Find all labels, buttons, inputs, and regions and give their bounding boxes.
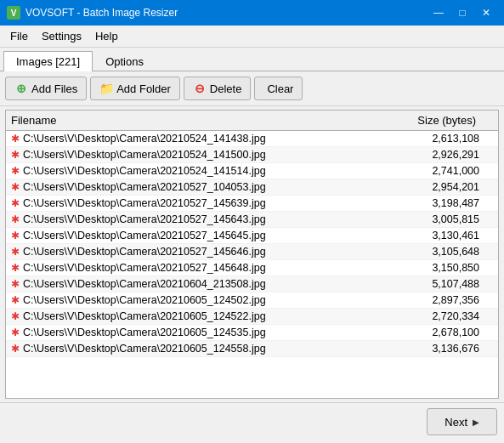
file-table: Filename Size (bytes) ✱ C:\Users\V\Deskt… [5, 110, 499, 399]
toolbar: ⊕ Add Files 📁 Add Folder ⊖ Delete Clear [0, 71, 504, 106]
add-folder-icon: 📁 [99, 82, 113, 95]
row-filename: C:\Users\V\Desktop\Camera\20210524_14143… [23, 133, 416, 145]
add-files-icon: ⊕ [14, 82, 28, 95]
tabs: Images [221] Options [0, 48, 504, 71]
title-bar-controls: — □ ✕ [428, 4, 497, 21]
table-row[interactable]: ✱ C:\Users\V\Desktop\Camera\20210524_141… [6, 163, 498, 179]
maximize-button[interactable]: □ [451, 4, 473, 21]
tab-options[interactable]: Options [93, 51, 156, 71]
file-icon: ✱ [11, 149, 20, 161]
row-size: 2,720,334 [416, 310, 493, 322]
row-filename: C:\Users\V\Desktop\Camera\20210527_14564… [23, 213, 416, 225]
bottom-bar: Next ▶ [0, 402, 504, 440]
title-bar-left: V VOVSOFT - Batch Image Resizer [7, 6, 178, 20]
minimize-button[interactable]: — [428, 4, 450, 21]
row-size: 3,136,676 [416, 343, 493, 355]
table-row[interactable]: ✱ C:\Users\V\Desktop\Camera\20210605_124… [6, 325, 498, 341]
table-row[interactable]: ✱ C:\Users\V\Desktop\Camera\20210527_145… [6, 260, 498, 276]
table-header: Filename Size (bytes) [6, 111, 498, 131]
row-size: 3,105,648 [416, 246, 493, 258]
row-size: 3,130,461 [416, 230, 493, 241]
filename-column-header: Filename [11, 114, 408, 127]
table-row[interactable]: ✱ C:\Users\V\Desktop\Camera\20210605_124… [6, 341, 498, 357]
row-size: 3,005,815 [416, 213, 493, 225]
row-filename: C:\Users\V\Desktop\Camera\20210604_21350… [23, 278, 416, 290]
title-bar: V VOVSOFT - Batch Image Resizer — □ ✕ [0, 0, 504, 26]
row-size: 5,107,488 [416, 278, 493, 290]
table-row[interactable]: ✱ C:\Users\V\Desktop\Camera\20210524_141… [6, 131, 498, 147]
file-icon: ✱ [11, 197, 20, 209]
row-filename: C:\Users\V\Desktop\Camera\20210527_10405… [23, 181, 416, 193]
table-body[interactable]: ✱ C:\Users\V\Desktop\Camera\20210524_141… [6, 131, 498, 398]
size-column-header: Size (bytes) [408, 114, 493, 127]
file-icon: ✱ [11, 310, 20, 322]
table-row[interactable]: ✱ C:\Users\V\Desktop\Camera\20210527_145… [6, 212, 498, 228]
file-icon: ✱ [11, 246, 20, 258]
tab-images[interactable]: Images [221] [3, 51, 93, 71]
table-row[interactable]: ✱ C:\Users\V\Desktop\Camera\20210527_145… [6, 244, 498, 260]
row-filename: C:\Users\V\Desktop\Camera\20210527_14564… [23, 262, 416, 274]
file-icon: ✱ [11, 133, 20, 145]
row-filename: C:\Users\V\Desktop\Camera\20210527_14563… [23, 197, 416, 209]
file-icon: ✱ [11, 181, 20, 193]
row-filename: C:\Users\V\Desktop\Camera\20210524_14151… [23, 165, 416, 177]
add-folder-label: Add Folder [116, 82, 171, 95]
menu-help[interactable]: Help [88, 27, 125, 45]
row-size: 3,150,850 [416, 262, 493, 274]
table-row[interactable]: ✱ C:\Users\V\Desktop\Camera\20210524_141… [6, 147, 498, 163]
file-icon: ✱ [11, 294, 20, 306]
menu-bar: File Settings Help [0, 26, 504, 48]
next-arrow-icon: ▶ [473, 417, 479, 427]
close-button[interactable]: ✕ [475, 4, 497, 21]
file-icon: ✱ [11, 327, 20, 338]
row-size: 3,198,487 [416, 197, 493, 209]
delete-icon: ⊖ [193, 82, 207, 95]
row-filename: C:\Users\V\Desktop\Camera\20210527_14564… [23, 230, 416, 241]
row-size: 2,897,356 [416, 294, 493, 306]
clear-button[interactable]: Clear [254, 77, 303, 100]
row-size: 2,926,291 [416, 149, 493, 161]
next-button[interactable]: Next ▶ [427, 408, 497, 435]
row-filename: C:\Users\V\Desktop\Camera\20210605_12453… [23, 327, 416, 338]
add-folder-button[interactable]: 📁 Add Folder [90, 77, 180, 100]
next-label: Next [445, 416, 467, 429]
row-filename: C:\Users\V\Desktop\Camera\20210524_14150… [23, 149, 416, 161]
table-row[interactable]: ✱ C:\Users\V\Desktop\Camera\20210605_124… [6, 292, 498, 309]
add-files-button[interactable]: ⊕ Add Files [5, 77, 87, 100]
file-icon: ✱ [11, 343, 20, 355]
row-filename: C:\Users\V\Desktop\Camera\20210527_14564… [23, 246, 416, 258]
table-row[interactable]: ✱ C:\Users\V\Desktop\Camera\20210527_104… [6, 179, 498, 196]
menu-settings[interactable]: Settings [35, 27, 88, 45]
file-icon: ✱ [11, 213, 20, 225]
add-files-label: Add Files [31, 82, 77, 95]
delete-button[interactable]: ⊖ Delete [184, 77, 252, 100]
table-row[interactable]: ✱ C:\Users\V\Desktop\Camera\20210604_213… [6, 276, 498, 292]
file-icon: ✱ [11, 230, 20, 241]
file-icon: ✱ [11, 278, 20, 290]
app-title: VOVSOFT - Batch Image Resizer [25, 7, 178, 19]
row-filename: C:\Users\V\Desktop\Camera\20210605_12452… [23, 310, 416, 322]
delete-label: Delete [210, 82, 242, 95]
app-icon: V [7, 6, 20, 20]
table-row[interactable]: ✱ C:\Users\V\Desktop\Camera\20210605_124… [6, 309, 498, 325]
row-size: 2,954,201 [416, 181, 493, 193]
file-icon: ✱ [11, 262, 20, 274]
menu-file[interactable]: File [3, 27, 35, 45]
clear-label: Clear [267, 82, 293, 95]
table-row[interactable]: ✱ C:\Users\V\Desktop\Camera\20210527_145… [6, 196, 498, 212]
file-icon: ✱ [11, 165, 20, 177]
row-filename: C:\Users\V\Desktop\Camera\20210605_12455… [23, 343, 416, 355]
row-size: 2,741,000 [416, 165, 493, 177]
row-size: 2,678,100 [416, 327, 493, 338]
table-row[interactable]: ✱ C:\Users\V\Desktop\Camera\20210527_145… [6, 228, 498, 244]
row-size: 2,613,108 [416, 133, 493, 145]
row-filename: C:\Users\V\Desktop\Camera\20210605_12450… [23, 294, 416, 306]
